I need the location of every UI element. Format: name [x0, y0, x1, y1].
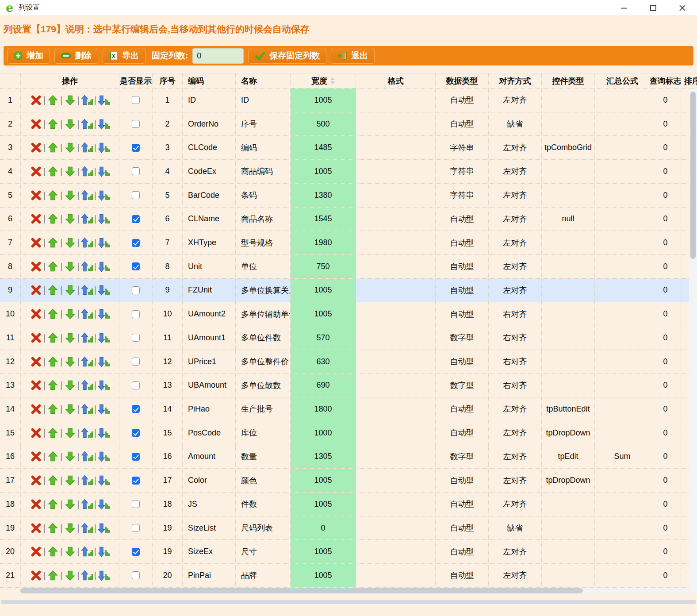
- fixed-columns-input[interactable]: 0: [192, 48, 244, 64]
- save-fixed-columns-button[interactable]: 保存固定列数: [248, 48, 326, 64]
- delete-row-icon[interactable]: [30, 522, 42, 534]
- move-down-icon[interactable]: [64, 213, 76, 225]
- delete-row-icon[interactable]: [30, 94, 42, 106]
- visible-checkbox[interactable]: [132, 286, 140, 294]
- move-to-bottom-icon[interactable]: [98, 94, 110, 106]
- move-to-top-icon[interactable]: [81, 118, 93, 130]
- move-to-bottom-icon[interactable]: [98, 118, 110, 130]
- delete-row-icon[interactable]: [30, 546, 42, 558]
- move-to-top-icon[interactable]: [81, 450, 93, 462]
- move-up-icon[interactable]: [47, 474, 59, 486]
- delete-row-icon[interactable]: [30, 213, 42, 225]
- move-to-bottom-icon[interactable]: [98, 284, 110, 296]
- table-row[interactable]: 17||||17Color颜色1005自动型左对齐tpDropDown0: [0, 469, 689, 493]
- visible-checkbox[interactable]: [132, 524, 140, 532]
- delete-row-icon[interactable]: [30, 403, 42, 415]
- move-to-top-icon[interactable]: [81, 474, 93, 486]
- move-up-icon[interactable]: [47, 546, 59, 558]
- move-up-icon[interactable]: [47, 308, 59, 320]
- delete-row-icon[interactable]: [30, 261, 42, 273]
- visible-checkbox[interactable]: [132, 96, 140, 104]
- move-down-icon[interactable]: [64, 237, 76, 249]
- move-down-icon[interactable]: [64, 403, 76, 415]
- visible-checkbox[interactable]: [132, 191, 140, 199]
- table-row[interactable]: 16||||16Amount数量1305数字型左对齐tpEditSum0: [0, 445, 689, 469]
- move-down-icon[interactable]: [64, 570, 76, 581]
- visible-checkbox[interactable]: [132, 334, 140, 342]
- move-to-top-icon[interactable]: [81, 213, 93, 225]
- move-to-top-icon[interactable]: [81, 284, 93, 296]
- visible-checkbox[interactable]: [132, 120, 140, 128]
- table-row[interactable]: 7||||7XHType型号规格1980自动型左对齐0: [0, 231, 689, 255]
- move-down-icon[interactable]: [64, 142, 76, 154]
- delete-row-icon[interactable]: [30, 427, 42, 439]
- add-button[interactable]: 增加: [7, 48, 50, 64]
- move-down-icon[interactable]: [64, 427, 76, 439]
- visible-checkbox[interactable]: [132, 548, 140, 556]
- table-row[interactable]: 6||||6CLName商品名称1545自动型左对齐null0: [0, 208, 689, 231]
- table-row[interactable]: 21||||20PinPai品牌1005自动型左对齐0: [0, 564, 689, 588]
- maximize-button[interactable]: [639, 0, 668, 16]
- visible-checkbox[interactable]: [132, 405, 140, 413]
- move-to-bottom-icon[interactable]: [98, 474, 110, 486]
- move-down-icon[interactable]: [64, 498, 76, 510]
- visible-checkbox[interactable]: [132, 262, 140, 270]
- move-down-icon[interactable]: [64, 189, 76, 201]
- header-visible[interactable]: 是否显示: [119, 73, 153, 88]
- move-up-icon[interactable]: [47, 166, 59, 177]
- move-up-icon[interactable]: [47, 332, 59, 344]
- delete-row-icon[interactable]: [30, 570, 42, 581]
- move-up-icon[interactable]: [47, 142, 59, 154]
- visible-checkbox[interactable]: [132, 571, 140, 579]
- move-to-bottom-icon[interactable]: [98, 546, 110, 558]
- move-up-icon[interactable]: [47, 237, 59, 249]
- table-row[interactable]: 5||||5BarCode条码1380字符串左对齐0: [0, 184, 689, 208]
- move-to-bottom-icon[interactable]: [98, 166, 110, 177]
- move-to-top-icon[interactable]: [81, 189, 93, 201]
- move-to-top-icon[interactable]: [81, 570, 93, 581]
- move-to-top-icon[interactable]: [81, 261, 93, 273]
- move-to-bottom-icon[interactable]: [98, 450, 110, 462]
- move-down-icon[interactable]: [64, 450, 76, 462]
- move-to-top-icon[interactable]: [81, 498, 93, 510]
- move-down-icon[interactable]: [64, 308, 76, 320]
- close-button[interactable]: [668, 0, 697, 16]
- move-to-top-icon[interactable]: [81, 142, 93, 154]
- bottom-panel-scrollbar[interactable]: [1, 600, 696, 604]
- delete-row-icon[interactable]: [30, 118, 42, 130]
- visible-checkbox[interactable]: [132, 381, 140, 389]
- table-row[interactable]: 3||||3CLCode编码1485字符串左对齐tpComboGrid0: [0, 136, 689, 160]
- visible-checkbox[interactable]: [132, 167, 140, 175]
- move-down-icon[interactable]: [64, 94, 76, 106]
- vertical-scrollbar-thumb[interactable]: [690, 92, 696, 259]
- table-row[interactable]: 2||||2OrderNo序号500自动型缺省0: [0, 112, 689, 136]
- move-to-bottom-icon[interactable]: [98, 570, 110, 581]
- move-down-icon[interactable]: [64, 284, 76, 296]
- move-to-top-icon[interactable]: [81, 546, 93, 558]
- header-seq[interactable]: 序号: [153, 73, 183, 88]
- header-datatype[interactable]: 数据类型: [436, 73, 489, 88]
- move-to-bottom-icon[interactable]: [98, 308, 110, 320]
- move-up-icon[interactable]: [47, 403, 59, 415]
- table-row[interactable]: 13||||13UBAmount多单位散数690数字型右对齐0: [0, 373, 689, 397]
- table-row[interactable]: 10||||10UAmount2多单位辅助单位1005自动型右对齐0: [0, 302, 689, 326]
- move-to-top-icon[interactable]: [81, 237, 93, 249]
- move-down-icon[interactable]: [64, 356, 76, 368]
- move-up-icon[interactable]: [47, 570, 59, 581]
- move-down-icon[interactable]: [64, 474, 76, 486]
- move-to-top-icon[interactable]: [81, 522, 93, 534]
- table-row[interactable]: 14||||14PiHao生产批号1800自动型左对齐tpButtonEdit0: [0, 397, 689, 421]
- header-format[interactable]: 格式: [356, 73, 436, 88]
- move-down-icon[interactable]: [64, 379, 76, 391]
- move-to-bottom-icon[interactable]: [98, 332, 110, 344]
- table-row[interactable]: 15||||15PosCode库位1000自动型左对齐tpDropDown0: [0, 421, 689, 445]
- move-up-icon[interactable]: [47, 118, 59, 130]
- delete-row-icon[interactable]: [30, 332, 42, 344]
- header-name[interactable]: 名称: [236, 73, 291, 88]
- move-up-icon[interactable]: [47, 284, 59, 296]
- move-to-bottom-icon[interactable]: [98, 356, 110, 368]
- visible-checkbox[interactable]: [132, 310, 140, 318]
- move-up-icon[interactable]: [47, 261, 59, 273]
- move-to-bottom-icon[interactable]: [98, 261, 110, 273]
- table-row[interactable]: 1||||1IDID1005自动型左对齐0: [0, 89, 689, 112]
